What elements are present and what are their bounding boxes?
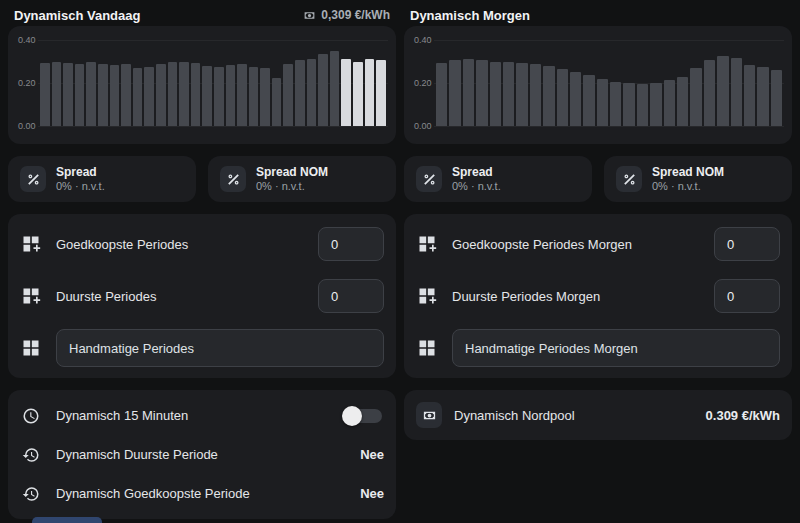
y-tick: 0.20 xyxy=(414,78,432,88)
column-tomorrow: Dynamisch Morgen 0.40 0.20 0.00 xyxy=(400,0,796,523)
price-bar xyxy=(283,64,293,126)
spread-value: 0% · n.v.t. xyxy=(56,180,105,193)
price-bar xyxy=(731,58,742,126)
price-bar xyxy=(133,68,143,126)
header-today: Dynamisch Vandaag 0,309 €/kWh xyxy=(8,0,396,26)
price-bar xyxy=(463,59,474,126)
spread-nom-title: Spread NOM xyxy=(652,165,724,180)
manual-periods-morgen-select[interactable]: Handmatige Periodes Morgen xyxy=(452,329,780,367)
price-bar xyxy=(144,67,154,126)
gridline xyxy=(434,40,784,41)
periods-card-tomorrow: Goedkoopste Periodes Morgen 0 Duurste Pe… xyxy=(404,214,792,378)
row-dynamisch-goedkoopste[interactable]: Dynamisch Goedkoopste Periode Nee xyxy=(20,474,384,513)
spread-nom-value: 0% · n.v.t. xyxy=(652,180,724,193)
chart-plot-tomorrow xyxy=(434,40,784,126)
periods-card-today: Goedkoopste Periodes 0 Duurste Periodes … xyxy=(8,214,396,378)
y-tick: 0.00 xyxy=(18,121,36,131)
price-bar xyxy=(516,63,527,126)
dyn15-toggle[interactable] xyxy=(344,409,382,423)
price-bar xyxy=(341,59,351,126)
gridline xyxy=(38,40,388,41)
price-bar xyxy=(249,67,259,126)
row-label: Goedkoopste Periodes xyxy=(56,237,304,252)
price-bar xyxy=(570,72,581,126)
grid-plus-icon xyxy=(416,233,438,255)
toggle-thumb xyxy=(342,406,362,426)
price-bar xyxy=(226,65,236,126)
grid-icon xyxy=(416,337,438,359)
price-bar xyxy=(503,62,514,127)
history-icon xyxy=(20,483,42,505)
price-bar xyxy=(168,62,178,127)
row-duurste-periodes-morgen[interactable]: Duurste Periodes Morgen 0 xyxy=(416,270,780,322)
history-icon xyxy=(20,444,42,466)
row-handmatige-periodes-morgen[interactable]: Handmatige Periodes Morgen xyxy=(416,322,780,374)
grid-plus-icon xyxy=(416,285,438,307)
expensive-periods-morgen-input[interactable]: 0 xyxy=(714,279,780,313)
price-bar xyxy=(543,66,554,126)
price-bar xyxy=(353,62,363,127)
row-duurste-periodes[interactable]: Duurste Periodes 0 xyxy=(20,270,384,322)
clock-icon xyxy=(20,405,42,427)
price-chart-card-tomorrow: 0.40 0.20 0.00 xyxy=(404,26,792,144)
price-bar xyxy=(677,77,688,126)
row-goedkoopste-periodes[interactable]: Goedkoopste Periodes 0 xyxy=(20,218,384,270)
percent-icon xyxy=(616,166,642,192)
price-bar xyxy=(623,83,634,126)
header-price-badge[interactable]: 0,309 €/kWh xyxy=(303,8,390,22)
y-tick: 0.40 xyxy=(18,35,36,45)
price-bar xyxy=(121,64,131,126)
page-title-today: Dynamisch Vandaag xyxy=(14,8,140,23)
row-dynamisch-15-minuten[interactable]: Dynamisch 15 Minuten xyxy=(20,396,384,435)
price-bar xyxy=(449,60,460,126)
price-bar xyxy=(214,67,224,126)
spread-nom-title: Spread NOM xyxy=(256,165,328,180)
row-dynamisch-duurste[interactable]: Dynamisch Duurste Periode Nee xyxy=(20,435,384,474)
dynamic-settings-card: Dynamisch 15 Minuten Dynamisch Duurste P… xyxy=(8,390,396,519)
row-goedkoopste-periodes-morgen[interactable]: Goedkoopste Periodes Morgen 0 xyxy=(416,218,780,270)
state-value: Nee xyxy=(360,447,384,462)
expensive-periods-input[interactable]: 0 xyxy=(318,279,384,313)
spread-nom-value: 0% · n.v.t. xyxy=(256,180,328,193)
price-bar xyxy=(476,60,487,126)
chart-y-axis: 0.40 0.20 0.00 xyxy=(16,40,38,126)
manual-periods-select[interactable]: Handmatige Periodes xyxy=(56,329,384,367)
price-bar xyxy=(704,60,715,126)
row-handmatige-periodes[interactable]: Handmatige Periodes xyxy=(20,322,384,374)
spread-nom-card[interactable]: Spread NOM 0% · n.v.t. xyxy=(604,156,792,202)
price-bar xyxy=(637,84,648,126)
y-tick: 0.40 xyxy=(414,35,432,45)
price-bar xyxy=(52,62,62,127)
cheapest-periods-input[interactable]: 0 xyxy=(318,227,384,261)
price-bar xyxy=(86,62,96,127)
price-bar xyxy=(237,64,247,126)
price-bar xyxy=(295,60,305,126)
cash-icon xyxy=(303,9,316,22)
price-bar xyxy=(63,63,73,126)
spread-nom-card[interactable]: Spread NOM 0% · n.v.t. xyxy=(208,156,396,202)
header-price-value: 0,309 €/kWh xyxy=(321,8,390,22)
partial-card-peek[interactable] xyxy=(32,517,102,523)
chart-plot-today xyxy=(38,40,388,126)
price-bar xyxy=(40,63,50,126)
price-chart-card-today: 0.40 0.20 0.00 xyxy=(8,26,396,144)
price-bar xyxy=(110,65,120,126)
spread-card[interactable]: Spread 0% · n.v.t. xyxy=(404,156,592,202)
nordpool-card[interactable]: Dynamisch Nordpool 0.309 €/kWh xyxy=(404,390,792,440)
price-bar xyxy=(98,64,108,126)
spread-row-today: Spread 0% · n.v.t. Spread NOM 0% · n.v.t… xyxy=(8,156,396,202)
spread-title: Spread xyxy=(56,165,105,180)
row-label: Goedkoopste Periodes Morgen xyxy=(452,237,700,252)
price-bar xyxy=(557,69,568,126)
grid-plus-icon xyxy=(20,285,42,307)
price-bar xyxy=(330,51,340,126)
price-bar xyxy=(597,79,608,126)
chart-y-axis: 0.40 0.20 0.00 xyxy=(412,40,434,126)
price-bar xyxy=(191,63,201,126)
cheapest-periods-morgen-input[interactable]: 0 xyxy=(714,227,780,261)
row-label: Duurste Periodes Morgen xyxy=(452,289,700,304)
state-value: Nee xyxy=(360,486,384,501)
price-bar xyxy=(376,60,386,126)
row-label: Dynamisch Goedkoopste Periode xyxy=(56,486,346,501)
spread-card[interactable]: Spread 0% · n.v.t. xyxy=(8,156,196,202)
